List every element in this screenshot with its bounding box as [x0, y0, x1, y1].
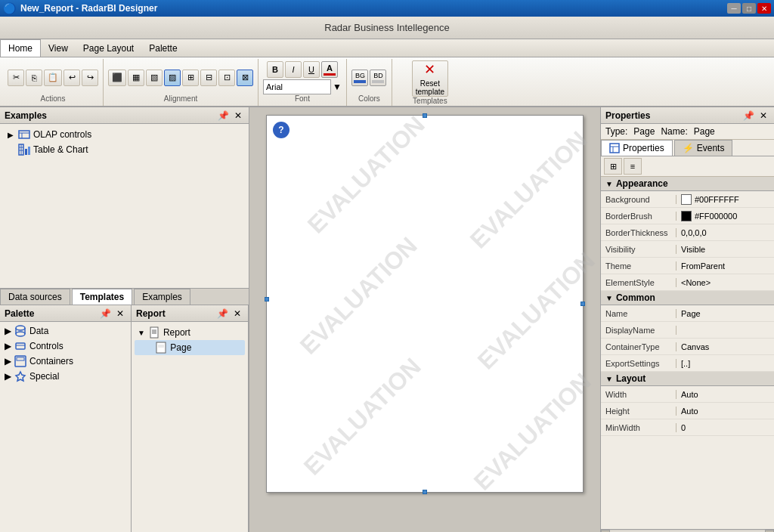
redo-button[interactable]: ↪: [82, 70, 98, 86]
prop-sort-icon[interactable]: ≡: [624, 158, 642, 175]
palette-pin-btn[interactable]: 📌: [99, 308, 111, 320]
properties-tab-icon: [609, 143, 620, 153]
colors-label: Colors: [351, 94, 387, 104]
align-middle-btn[interactable]: ⊟: [200, 70, 217, 86]
minimize-button[interactable]: ─: [727, 3, 741, 14]
containers-label: Containers: [29, 356, 73, 367]
cut-button[interactable]: ✂: [8, 70, 24, 86]
prop-section-layout[interactable]: ▼ Layout: [601, 372, 774, 386]
examples-controls: 📌 ✕: [217, 110, 244, 122]
properties-pin-btn[interactable]: 📌: [742, 110, 754, 122]
tree-item-table-chart[interactable]: Table & Chart: [3, 142, 246, 157]
borderbrush-swatch[interactable]: [681, 211, 692, 221]
elementstyle-value[interactable]: <None>: [676, 278, 774, 287]
report-icon: [148, 326, 160, 339]
app-icon: 🔵: [3, 2, 16, 14]
border-color-button[interactable]: BD: [370, 70, 386, 86]
close-button[interactable]: ✕: [757, 3, 771, 14]
examples-pin-btn[interactable]: 📌: [217, 110, 229, 122]
handle-tr[interactable]: [580, 302, 585, 306]
ribbon-actions-group: ✂ ⎘ 📋 ↩ ↪ Actions: [3, 59, 104, 106]
borderthickness-value: 0,0,0,0: [676, 228, 774, 237]
watermark-6: EVALUATION: [468, 368, 596, 496]
theme-value[interactable]: FromParent: [676, 261, 774, 271]
page-icon: [155, 342, 167, 354]
prop-section-appearance[interactable]: ▼ Appearance: [601, 177, 774, 191]
paste-button[interactable]: 📋: [44, 70, 62, 86]
prop-hscroll[interactable]: ◀ ▶: [601, 529, 774, 532]
containertype-value[interactable]: Canvas: [676, 342, 774, 351]
menu-view[interactable]: View: [41, 39, 76, 57]
canvas-area[interactable]: ? EVALUATION EVALUATION EVALUATION EVALU…: [249, 107, 600, 532]
page-canvas[interactable]: ? EVALUATION EVALUATION EVALUATION EVALU…: [266, 115, 584, 493]
minwidth-value[interactable]: 0: [676, 423, 774, 432]
align-center-btn[interactable]: ▦: [128, 70, 144, 86]
controls-icon: [14, 340, 26, 352]
report-close-btn[interactable]: ✕: [231, 308, 243, 320]
reset-template-button[interactable]: ✕ Reset template: [412, 60, 448, 97]
page-info-button[interactable]: ?: [273, 122, 289, 138]
name-prop-value[interactable]: Page: [676, 309, 774, 318]
report-root-item[interactable]: ▼ Report: [135, 325, 245, 340]
ribbon-templates-group: ✕ Reset template Templates: [392, 59, 468, 106]
background-swatch[interactable]: [681, 194, 692, 205]
width-value[interactable]: Auto: [676, 390, 774, 399]
type-value: Page: [633, 126, 655, 137]
tab-templates[interactable]: Templates: [72, 289, 132, 305]
palette-group-controls[interactable]: ▶ Controls: [2, 339, 129, 354]
tab-examples[interactable]: Examples: [134, 289, 190, 305]
exportsettings-value[interactable]: [..]: [676, 359, 774, 368]
palette-group-data[interactable]: ▶ Data: [2, 323, 129, 339]
palette-panel: Palette 📌 ✕ ▶: [0, 305, 132, 532]
bottom-tabs: Data sources Templates Examples: [0, 289, 249, 305]
report-pin-btn[interactable]: 📌: [216, 308, 228, 320]
menu-home[interactable]: Home: [0, 39, 41, 57]
palette-group-special[interactable]: ▶ Special: [2, 369, 129, 384]
properties-header: Properties 📌 ✕: [601, 107, 774, 124]
hscroll-right[interactable]: ▶: [765, 530, 774, 533]
handle-br[interactable]: [265, 297, 269, 302]
align-bottom-btn[interactable]: ⊡: [218, 70, 235, 86]
bold-button[interactable]: B: [267, 61, 283, 78]
examples-panel: Examples 📌 ✕ ▶ OLAP controls: [0, 107, 249, 289]
title-controls: ─ □ ✕: [727, 3, 771, 14]
copy-button[interactable]: ⎘: [26, 70, 42, 86]
maximize-button[interactable]: □: [742, 3, 756, 14]
menu-palette[interactable]: Palette: [141, 39, 184, 57]
underline-button[interactable]: U: [303, 61, 320, 78]
undo-button[interactable]: ↩: [63, 70, 80, 86]
italic-button[interactable]: I: [285, 61, 302, 78]
olap-icon: [18, 128, 30, 141]
handle-tl[interactable]: [423, 113, 427, 118]
height-value[interactable]: Auto: [676, 407, 774, 416]
layout-label: Layout: [616, 373, 646, 384]
align-top-btn[interactable]: ⊞: [182, 70, 199, 86]
prop-grid-icon[interactable]: ⊞: [604, 158, 622, 175]
font-name-input[interactable]: [263, 79, 331, 94]
examples-close-btn[interactable]: ✕: [232, 110, 244, 122]
align-justify-btn[interactable]: ▨: [164, 70, 181, 86]
page-item[interactable]: Page: [135, 340, 245, 355]
prop-section-common[interactable]: ▼ Common: [601, 291, 774, 305]
align-stretch-btn[interactable]: ⊠: [237, 70, 253, 86]
font-color-button[interactable]: A: [321, 61, 338, 78]
menu-page-layout[interactable]: Page Layout: [76, 39, 141, 57]
align-right-btn[interactable]: ▧: [146, 70, 163, 86]
hscroll-left[interactable]: ◀: [601, 530, 610, 533]
watermark-5: EVALUATION: [299, 353, 427, 481]
menu-bar: Home View Page Layout Palette: [0, 39, 774, 57]
bg-color-button[interactable]: BG: [351, 70, 368, 86]
tab-properties[interactable]: Properties: [601, 140, 673, 156]
handle-bl[interactable]: [423, 490, 427, 494]
displayname-name: DisplayName: [601, 326, 676, 335]
align-left-btn[interactable]: ⬛: [108, 70, 126, 86]
visibility-value[interactable]: Visible: [676, 245, 774, 254]
palette-close-btn[interactable]: ✕: [114, 308, 126, 320]
tab-events[interactable]: ⚡ Events: [674, 140, 733, 156]
svg-rect-8: [28, 147, 30, 155]
tab-data-sources[interactable]: Data sources: [0, 289, 70, 305]
palette-group-containers[interactable]: ▶ Containers: [2, 354, 129, 369]
properties-close-btn[interactable]: ✕: [757, 110, 769, 122]
tree-item-olap[interactable]: ▶ OLAP controls: [3, 127, 246, 142]
font-name-dropdown[interactable]: ▼: [333, 79, 342, 94]
